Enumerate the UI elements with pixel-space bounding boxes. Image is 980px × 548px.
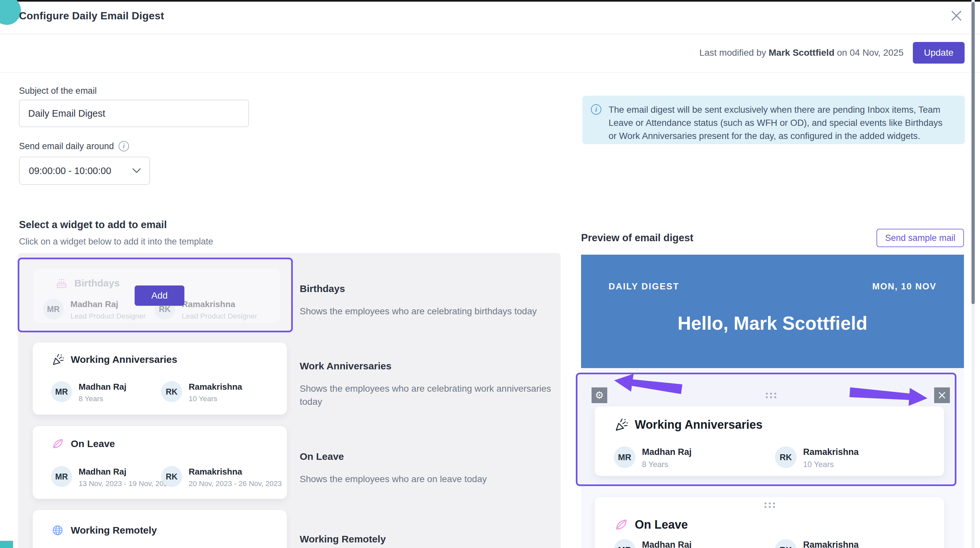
window-top-edge: [0, 0, 980, 2]
info-note-text: The email digest will be sent exclusivel…: [609, 103, 951, 143]
person-name: Ramakrishna: [189, 381, 242, 392]
preview-title: Preview of email digest: [581, 232, 694, 244]
person-meta: 20 Nov, 2023 - 26 Nov, 2023: [189, 480, 282, 488]
preview-working-anniversaries-card: Working Anniversaries MR Madhan Raj 8 Ye…: [595, 406, 944, 476]
toolbar-divider: [0, 72, 980, 73]
avatar: MR: [614, 446, 635, 468]
gear-icon: ⚙: [595, 390, 604, 400]
working-remotely-desc-title: Working Remotely: [300, 534, 386, 545]
picker-title: Select a widget to add to email: [19, 219, 167, 231]
background-teal-corner: [0, 541, 13, 548]
preview-on-leave-card: On Leave MR Madhan Raj RK Ramakrishna: [595, 497, 944, 548]
person-meta: 8 Years: [642, 460, 692, 469]
add-widget-button[interactable]: Add: [135, 285, 185, 306]
person-row: RK Ramakrishna 10 Years: [161, 381, 242, 403]
close-icon: [951, 10, 963, 22]
avatar: MR: [51, 381, 72, 402]
configure-daily-email-digest-modal: Configure Daily Email Digest Last modifi…: [0, 0, 980, 548]
schedule-select-value: 09:00:00 - 10:00:00: [29, 166, 111, 176]
person-meta: Lead Product Designer: [182, 312, 257, 320]
last-modified-author: Mark Scottfield: [769, 48, 835, 58]
header-divider: [0, 34, 980, 34]
drag-handle-icon[interactable]: [766, 393, 776, 398]
widget-card-working-anniversaries[interactable]: Working Anniversaries MR Madhan Raj 8 Ye…: [33, 342, 287, 414]
working-remotely-card-title: Working Remotely: [71, 525, 157, 536]
digest-date: MON, 10 NOV: [872, 282, 936, 292]
background-teal-blob: [0, 0, 21, 25]
digest-label: DAILY DIGEST: [609, 282, 679, 292]
party-popper-icon: [614, 417, 628, 432]
widget-settings-button[interactable]: ⚙: [592, 387, 607, 403]
person-name: Ramakrishna: [189, 466, 282, 477]
party-popper-icon: [51, 353, 64, 366]
drag-handle-icon[interactable]: [764, 502, 775, 508]
leaf-icon: [51, 437, 64, 450]
person-row: RK Ramakrishna 10 Years: [775, 446, 859, 469]
avatar: MR: [43, 299, 64, 320]
person-row: MR Madhan Raj 13 Nov, 2023 - 19 Nov, 202…: [51, 466, 172, 488]
toolbar: Last modified by Mark Scottfield on 04 N…: [699, 42, 965, 64]
update-button[interactable]: Update: [913, 42, 965, 64]
schedule-label-row: Send email daily around i: [19, 141, 129, 151]
work-anniversaries-desc-title: Work Anniversaries: [300, 360, 391, 372]
avatar: RK: [161, 381, 182, 402]
last-modified-text: Last modified by Mark Scottfield on 04 N…: [699, 48, 904, 58]
widget-remove-button[interactable]: [934, 387, 950, 403]
avatar: RK: [775, 446, 797, 468]
globe-icon: [51, 524, 64, 537]
person-meta: Lead Product Designer: [70, 312, 146, 320]
person-meta: 10 Years: [189, 395, 242, 403]
chevron-down-icon: [132, 168, 141, 174]
person-name: Madhan Raj: [79, 381, 126, 392]
on-leave-card-title: On Leave: [71, 438, 115, 449]
working-anniversaries-card-title: Working Anniversaries: [71, 354, 177, 365]
widget-card-birthdays[interactable]: Birthdays MR Madhan Raj Lead Product Des…: [18, 258, 293, 332]
avatar: MR: [614, 539, 635, 548]
info-icon[interactable]: i: [119, 141, 129, 151]
birthdays-card-title: Birthdays: [74, 277, 119, 289]
info-note-box: i The email digest will be sent exclusiv…: [582, 96, 965, 144]
person-name: Madhan Raj: [642, 539, 692, 548]
avatar: MR: [51, 466, 72, 487]
person-name: Madhan Raj: [79, 466, 172, 477]
person-name: Madhan Raj: [642, 446, 692, 457]
person-row: MR Madhan Raj 8 Years: [51, 381, 126, 403]
on-leave-desc: Shows the employees who are on leave tod…: [300, 473, 555, 486]
person-name: Ramakrishna: [803, 446, 859, 457]
person-row: MR Madhan Raj: [614, 539, 692, 548]
work-anniversaries-desc: Shows the employees who are celebrating …: [300, 382, 555, 408]
birthdays-desc: Shows the employees who are celebrating …: [300, 305, 555, 318]
person-row: MR Madhan Raj Lead Product Designer: [43, 299, 146, 320]
widget-card-on-leave[interactable]: On Leave MR Madhan Raj 13 Nov, 2023 - 19…: [33, 426, 287, 499]
page-title: Configure Daily Email Digest: [19, 10, 164, 22]
send-sample-mail-button[interactable]: Send sample mail: [877, 229, 964, 247]
leaf-icon: [614, 518, 628, 532]
subject-input[interactable]: [19, 100, 249, 127]
subject-label: Subject of the email: [19, 86, 97, 96]
person-meta: 10 Years: [803, 460, 859, 469]
schedule-label: Send email daily around: [19, 141, 114, 151]
preview-card-title: Working Anniversaries: [635, 418, 762, 432]
person-row: MR Madhan Raj 8 Years: [614, 446, 692, 469]
digest-banner: DAILY DIGEST MON, 10 NOV Hello, Mark Sco…: [581, 255, 964, 368]
schedule-select[interactable]: 09:00:00 - 10:00:00: [19, 157, 150, 185]
person-meta: 8 Years: [79, 395, 126, 403]
close-button[interactable]: [948, 8, 964, 24]
picker-subtitle: Click on a widget below to add it into t…: [19, 237, 213, 247]
birthday-cake-icon: [56, 277, 68, 289]
avatar: RK: [775, 539, 797, 548]
person-name: Ramakrishna: [803, 539, 859, 548]
close-icon: [938, 391, 946, 399]
widget-card-working-remotely[interactable]: Working Remotely: [33, 510, 287, 548]
digest-greeting: Hello, Mark Scottfield: [581, 312, 964, 334]
on-leave-desc-title: On Leave: [300, 451, 344, 462]
preview-card-title: On Leave: [635, 518, 688, 532]
person-meta: 13 Nov, 2023 - 19 Nov, 2023: [79, 480, 172, 488]
person-row: RK Ramakrishna: [775, 539, 859, 548]
person-row: RK Ramakrishna 20 Nov, 2023 - 26 Nov, 20…: [161, 466, 282, 488]
person-name: Ramakrishna: [182, 299, 257, 309]
info-circle-icon: i: [591, 104, 601, 115]
avatar: RK: [161, 466, 182, 487]
scrollbar-thumb[interactable]: [972, 2, 975, 304]
birthdays-desc-title: Birthdays: [300, 283, 345, 294]
